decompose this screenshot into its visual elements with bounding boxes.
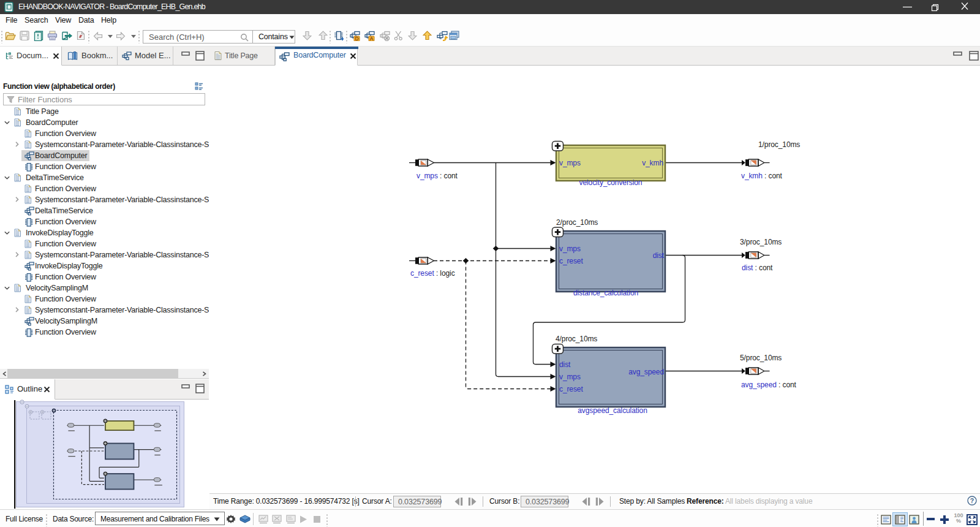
- svg-text:dist : cont: dist : cont: [742, 264, 773, 272]
- svg-text:1/proc_10ms: 1/proc_10ms: [758, 140, 800, 149]
- svg-text:dist: dist: [653, 251, 665, 260]
- svg-text:avgspeed_calculation: avgspeed_calculation: [578, 406, 647, 415]
- svg-text:v_kmh: v_kmh: [642, 159, 663, 167]
- svg-text:v_mps : cont: v_mps : cont: [417, 172, 458, 180]
- svg-text:distance_calculation: distance_calculation: [573, 289, 638, 297]
- svg-text:avg_speed : cont: avg_speed : cont: [741, 381, 797, 389]
- svg-text:5/proc_10ms: 5/proc_10ms: [740, 354, 782, 362]
- svg-text:A: A: [369, 36, 373, 41]
- svg-text:?: ?: [970, 497, 974, 504]
- svg-text:dist: dist: [559, 360, 571, 369]
- svg-text:v_kmh : cont: v_kmh : cont: [741, 172, 783, 180]
- svg-text:v_mps: v_mps: [559, 159, 581, 167]
- svg-text:2/proc_10ms: 2/proc_10ms: [556, 218, 598, 227]
- svg-text:c_reset: c_reset: [559, 385, 583, 393]
- svg-text:D: D: [355, 36, 358, 41]
- svg-text:v_mps: v_mps: [559, 245, 581, 253]
- svg-text:c_reset: c_reset: [559, 257, 583, 265]
- svg-text:v_mps: v_mps: [559, 373, 581, 381]
- svg-text:4/proc_10ms: 4/proc_10ms: [556, 335, 597, 343]
- svg-text:avg_speed: avg_speed: [628, 368, 664, 376]
- svg-text:c_reset : logic: c_reset : logic: [410, 269, 455, 278]
- svg-text:velocity_conversion: velocity_conversion: [579, 178, 643, 187]
- svg-text:3/proc_10ms: 3/proc_10ms: [740, 238, 782, 246]
